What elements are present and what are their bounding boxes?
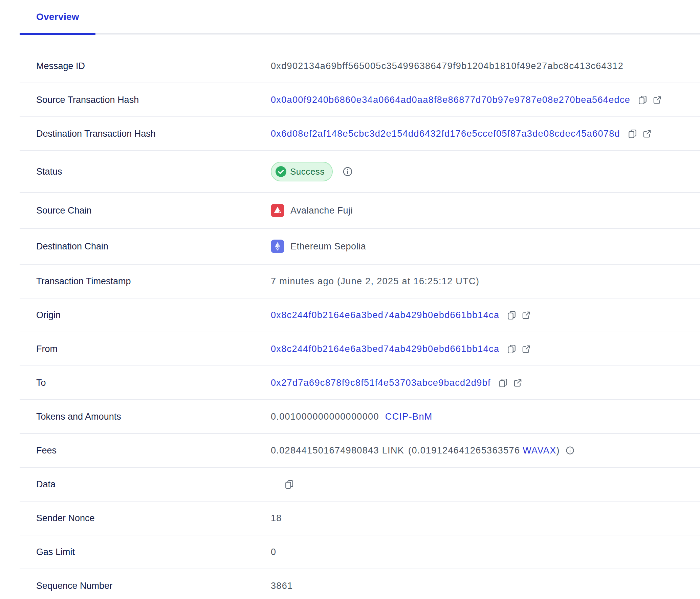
row-source-tx-hash: Source Transaction Hash 0x0a00f9240b6860… <box>20 83 700 117</box>
fees-amount-value: 0.028441501674980843 LINK <box>271 445 404 456</box>
row-to: To 0x27d7a69c878f9c8f51f4e53703abce9bacd… <box>20 366 700 400</box>
from-label: From <box>36 343 271 355</box>
fees-converted-amount: (0.019124641265363576 <box>408 445 520 456</box>
token-symbol-link[interactable]: CCIP-BnM <box>385 411 433 422</box>
check-circle-icon <box>276 166 286 177</box>
tab-bar: Overview <box>20 0 700 35</box>
external-link-icon <box>521 310 531 320</box>
copy-data-button[interactable] <box>284 480 294 489</box>
fees-info-button[interactable] <box>565 446 575 455</box>
external-link-icon <box>513 378 523 388</box>
external-link-button[interactable] <box>521 344 531 354</box>
gas-limit-label: Gas Limit <box>36 546 271 558</box>
fees-token-symbol-link[interactable]: WAVAX <box>523 445 556 456</box>
destination-chain-name: Ethereum Sepolia <box>290 241 366 252</box>
source-chain-label: Source Chain <box>36 205 271 216</box>
message-id-label: Message ID <box>36 60 271 72</box>
copy-icon <box>284 480 294 489</box>
copy-icon <box>498 378 508 388</box>
row-transaction-timestamp: Transaction Timestamp 7 minutes ago (Jun… <box>20 265 700 298</box>
row-source-chain: Source Chain Avalanche Fuji <box>20 193 700 229</box>
tab-overview-label: Overview <box>36 12 79 22</box>
copy-button[interactable] <box>628 129 637 139</box>
source-tx-hash-link[interactable]: 0x0a00f9240b6860e34a0664ad0aa8f8e86877d7… <box>271 94 630 106</box>
sequence-number-value: 3861 <box>271 580 293 592</box>
copy-icon <box>628 129 637 139</box>
copy-button[interactable] <box>638 95 648 105</box>
destination-tx-hash-link[interactable]: 0x6d08ef2af148e5cbc3d2e154dd6432fd176e5c… <box>271 128 620 139</box>
row-fees: Fees 0.028441501674980843 LINK (0.019124… <box>20 434 700 468</box>
tab-overview[interactable]: Overview <box>20 10 95 33</box>
token-amount-value: 0.001000000000000000 <box>271 411 379 422</box>
copy-icon <box>638 95 648 105</box>
sender-nonce-value: 18 <box>271 512 282 524</box>
status-badge: Success <box>271 162 333 181</box>
status-info-button[interactable] <box>342 166 353 177</box>
to-label: To <box>36 377 271 389</box>
origin-label: Origin <box>36 309 271 321</box>
copy-button[interactable] <box>507 310 517 320</box>
sender-nonce-label: Sender Nonce <box>36 512 271 524</box>
to-address-link[interactable]: 0x27d7a69c878f9c8f51f4e53703abce9bacd2d9… <box>271 377 491 389</box>
row-tokens-and-amounts: Tokens and Amounts 0.001000000000000000 … <box>20 400 700 434</box>
external-link-button[interactable] <box>513 378 523 388</box>
origin-address-link[interactable]: 0x8c244f0b2164e6a3bed74ab429b0ebd661bb14… <box>271 309 499 321</box>
row-from: From 0x8c244f0b2164e6a3bed74ab429b0ebd66… <box>20 332 700 366</box>
destination-chain-label: Destination Chain <box>36 241 271 252</box>
external-link-button[interactable] <box>652 95 662 105</box>
external-link-button[interactable] <box>642 129 652 139</box>
transaction-details-table: Message ID 0xd902134a69bff565005c3549963… <box>20 49 700 599</box>
status-label: Status <box>36 166 271 177</box>
info-icon <box>342 166 353 177</box>
row-sequence-number: Sequence Number 3861 <box>20 569 700 599</box>
row-gas-limit: Gas Limit 0 <box>20 535 700 569</box>
destination-tx-hash-label: Destination Transaction Hash <box>36 128 271 139</box>
row-sender-nonce: Sender Nonce 18 <box>20 502 700 535</box>
source-tx-hash-label: Source Transaction Hash <box>36 94 271 106</box>
row-origin: Origin 0x8c244f0b2164e6a3bed74ab429b0ebd… <box>20 298 700 332</box>
row-status: Status Success <box>20 151 700 193</box>
message-id-value: 0xd902134a69bff565005c354996386479f9b120… <box>271 60 624 72</box>
source-chain-name: Avalanche Fuji <box>290 205 353 216</box>
row-destination-chain: Destination Chain Ethereum Sepolia <box>20 229 700 265</box>
transaction-timestamp-value: 7 minutes ago (June 2, 2025 at 16:25:12 … <box>271 275 479 287</box>
info-icon <box>565 446 575 455</box>
ccip-transaction-details-page: Overview Message ID 0xd902134a69bff56500… <box>0 0 700 599</box>
external-link-icon <box>642 129 652 139</box>
copy-button[interactable] <box>507 344 517 354</box>
copy-button[interactable] <box>498 378 508 388</box>
row-message-id: Message ID 0xd902134a69bff565005c3549963… <box>20 49 700 83</box>
tokens-and-amounts-label: Tokens and Amounts <box>36 411 271 422</box>
row-destination-tx-hash: Destination Transaction Hash 0x6d08ef2af… <box>20 117 700 151</box>
fees-label: Fees <box>36 445 271 456</box>
avalanche-icon <box>271 204 284 217</box>
fees-paren-close: ) <box>556 445 560 456</box>
ethereum-icon <box>271 240 284 253</box>
data-label: Data <box>36 479 271 490</box>
status-badge-text: Success <box>290 166 325 177</box>
copy-icon <box>507 310 517 320</box>
external-link-icon <box>521 344 531 354</box>
gas-limit-value: 0 <box>271 546 276 558</box>
row-data: Data <box>20 468 700 502</box>
external-link-button[interactable] <box>521 310 531 320</box>
copy-icon <box>507 344 517 354</box>
external-link-icon <box>652 95 662 105</box>
from-address-link[interactable]: 0x8c244f0b2164e6a3bed74ab429b0ebd661bb14… <box>271 343 499 355</box>
sequence-number-label: Sequence Number <box>36 580 271 592</box>
transaction-timestamp-label: Transaction Timestamp <box>36 275 271 287</box>
